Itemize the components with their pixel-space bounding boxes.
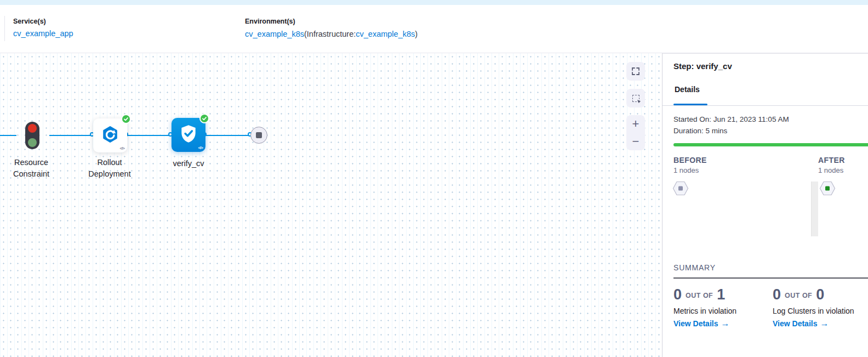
before-count: 1 nodes (673, 166, 699, 174)
top-accent-strip (0, 0, 868, 5)
stop-square-icon (256, 132, 262, 138)
zoom-out-button[interactable]: − (632, 134, 639, 149)
traffic-light-green-icon (28, 138, 37, 147)
verify-cv-label: verify_cv (157, 158, 220, 169)
environments-group: Environment(s) cv_example_k8s(Infrastruc… (245, 18, 418, 39)
arrow-right-icon: → (820, 320, 829, 327)
summary-label: SUMMARY (673, 263, 716, 272)
traffic-light-red-icon (28, 124, 37, 133)
environment-link[interactable]: cv_example_k8s (245, 30, 304, 38)
execution-progress-bar (673, 143, 868, 146)
edge-verify-to-end (205, 135, 252, 136)
metrics-stats: 0 OUT OF 1 (673, 286, 772, 303)
rollout-icon (101, 126, 119, 145)
infrastructure-suffix: ) (415, 30, 418, 38)
log-clusters-summary-card: 0 OUT OF 0 Log Clusters in violation Vie… (773, 286, 868, 328)
after-node-hexagon[interactable] (819, 181, 836, 198)
rollout-deployment-node[interactable]: </> (93, 118, 127, 152)
reset-selection-button[interactable] (626, 89, 645, 107)
log-clusters-violation-count: 0 (773, 286, 781, 303)
arrow-right-icon: → (721, 320, 729, 327)
log-clusters-total-count: 0 (816, 286, 824, 303)
log-clusters-view-details-link[interactable]: View Details → (773, 319, 868, 328)
marquee-select-icon (632, 95, 639, 102)
edge-constraint-to-rollout (49, 135, 93, 136)
tabs-divider (663, 105, 868, 106)
out-of-label: OUT OF (785, 292, 812, 299)
step-title: Step: verify_cv (673, 61, 732, 71)
metrics-summary-card: 0 OUT OF 1 Metrics in violation View Det… (673, 286, 772, 328)
environments-label: Environment(s) (245, 18, 418, 25)
after-label: AFTER (818, 156, 845, 165)
step-details-panel: Step: verify_cv Details Started On: Jun … (662, 53, 868, 357)
service-link[interactable]: cv_example_app (13, 29, 73, 38)
view-details-label: View Details (673, 319, 718, 328)
infrastructure-prefix: (Infrastructure: (304, 30, 356, 38)
expand-icon (631, 67, 640, 76)
environment-line: cv_example_k8s(Infrastructure:cv_example… (245, 29, 418, 39)
before-pane-scrollbar[interactable] (811, 182, 818, 236)
metrics-violation-count: 0 (673, 286, 682, 303)
infrastructure-link[interactable]: cv_example_k8s (356, 30, 415, 38)
services-group: Service(s) cv_example_app (13, 18, 73, 38)
summary-divider (673, 277, 868, 279)
success-badge-icon (199, 114, 209, 123)
tab-details[interactable]: Details (673, 85, 701, 94)
zoom-controls: + − (626, 115, 645, 150)
started-on-text: Started On: Jun 21, 2023 11:05 AM (673, 115, 789, 123)
header-divider (4, 16, 5, 41)
success-badge-icon (121, 114, 131, 124)
out-of-label: OUT OF (686, 292, 713, 299)
duration-text: Duration: 5 mins (673, 127, 727, 135)
services-label: Service(s) (13, 18, 73, 25)
zoom-in-button[interactable]: + (632, 116, 639, 132)
resource-constraint-node[interactable] (25, 122, 39, 149)
log-clusters-caption: Log Clusters in violation (773, 307, 868, 315)
after-count: 1 nodes (818, 166, 843, 174)
stage-end-node[interactable] (250, 127, 267, 144)
metrics-view-details-link[interactable]: View Details → (673, 319, 772, 328)
view-details-label: View Details (773, 319, 817, 328)
before-node-hexagon[interactable] (672, 181, 689, 198)
rollout-deployment-label: Rollout Deployment (78, 157, 141, 180)
log-clusters-stats: 0 OUT OF 0 (773, 286, 868, 303)
before-label: BEFORE (673, 156, 707, 165)
edge-incoming (0, 135, 16, 136)
shield-check-icon (178, 123, 199, 146)
metrics-total-count: 1 (717, 286, 725, 303)
metrics-caption: Metrics in violation (673, 307, 772, 315)
code-step-glyph: </> (119, 146, 124, 151)
resource-constraint-label: Resource Constraint (0, 157, 63, 180)
verify-cv-node[interactable]: </> (172, 118, 205, 152)
fit-to-screen-button[interactable] (626, 62, 645, 81)
execution-context-header: Service(s) cv_example_app Environment(s)… (0, 5, 868, 53)
edge-rollout-to-verify (127, 135, 172, 136)
code-step-glyph: </> (198, 145, 203, 150)
pipeline-graph-canvas[interactable]: Resource Constraint </> Rollout Deployme… (0, 53, 662, 357)
